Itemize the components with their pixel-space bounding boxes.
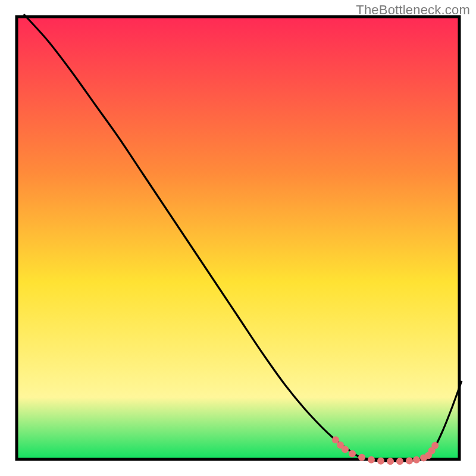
highlight-dot — [342, 446, 349, 453]
highlight-dot — [368, 456, 375, 464]
highlight-dot — [413, 456, 420, 464]
highlight-dot — [396, 458, 403, 465]
highlight-dot — [349, 450, 356, 457]
gradient-background — [17, 17, 459, 459]
highlight-dot — [358, 454, 365, 461]
chart-stage: TheBottleneck.com — [0, 0, 476, 476]
chart-svg — [0, 0, 476, 476]
highlight-dot — [406, 457, 413, 464]
highlight-dot — [431, 442, 439, 449]
highlight-dot — [387, 458, 394, 465]
watermark-text: TheBottleneck.com — [356, 2, 470, 18]
highlight-dot — [377, 458, 384, 465]
